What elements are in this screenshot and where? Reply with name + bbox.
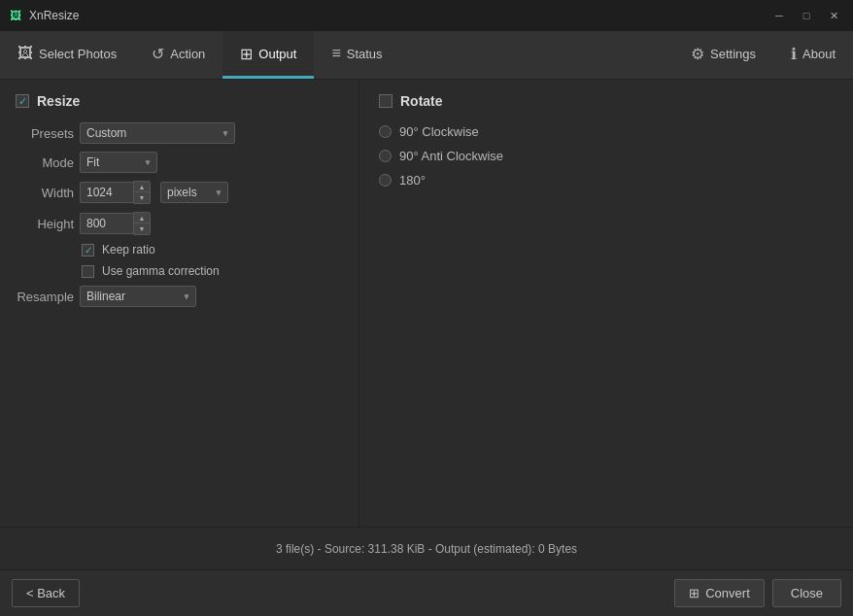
close-button[interactable]: Close (772, 579, 841, 607)
select-photos-label: Select Photos (39, 47, 117, 61)
close-window-button[interactable]: ✕ (822, 6, 845, 25)
presets-select[interactable]: Custom 640x480 800x600 1024x768 1280x720… (80, 122, 235, 144)
toolbar-item-settings[interactable]: ⚙ Settings (673, 31, 773, 79)
width-up-button[interactable]: ▲ (134, 182, 150, 192)
toolbar-item-select-photos[interactable]: 🖼 Select Photos (0, 31, 134, 79)
presets-select-wrapper: Custom 640x480 800x600 1024x768 1280x720… (80, 122, 235, 144)
minimize-button[interactable]: ─ (768, 6, 791, 25)
rotate-cw90-label: 90° Clockwise (399, 124, 479, 139)
titlebar: 🖼 XnResize ─ □ ✕ (0, 0, 853, 31)
toolbar-item-output[interactable]: ⊞ Output (222, 31, 314, 79)
main-content: Resize Presets Custom 640x480 800x600 10… (0, 80, 853, 527)
toolbar-right: ⚙ Settings ℹ About (673, 31, 853, 79)
gamma-checkbox[interactable] (82, 265, 94, 278)
action-icon: ↺ (152, 45, 164, 63)
settings-icon: ⚙ (691, 45, 704, 63)
toolbar-item-status[interactable]: ≡ Status (314, 31, 399, 79)
keep-ratio-label: Keep ratio (102, 243, 155, 257)
rotate-cw90-row[interactable]: 90° Clockwise (379, 124, 834, 139)
width-down-button[interactable]: ▼ (134, 192, 150, 203)
height-label: Height (16, 217, 74, 231)
convert-label: Convert (705, 586, 750, 600)
unit-select[interactable]: pixels percent cm inch (160, 182, 228, 203)
status-text: 3 file(s) - Source: 311.38 KiB - Output … (276, 542, 577, 556)
presets-row: Presets Custom 640x480 800x600 1024x768 … (16, 122, 343, 144)
rotate-acw90-row[interactable]: 90° Anti Clockwise (379, 149, 834, 163)
statusbar: 3 file(s) - Source: 311.38 KiB - Output … (0, 527, 853, 569)
height-down-button[interactable]: ▼ (134, 223, 150, 234)
mode-label: Mode (16, 155, 74, 170)
height-up-button[interactable]: ▲ (134, 213, 150, 223)
width-input[interactable] (80, 182, 133, 203)
status-icon: ≡ (331, 45, 340, 62)
width-spinner: ▲ ▼ (133, 181, 151, 204)
gamma-label: Use gamma correction (102, 264, 220, 278)
action-label: Action (170, 47, 205, 61)
convert-button[interactable]: ⊞ Convert (674, 579, 765, 607)
width-row: Width ▲ ▼ pixels percent cm inch ▼ (16, 181, 343, 204)
app-title: XnResize (29, 9, 768, 22)
rotate-acw90-label: 90° Anti Clockwise (399, 149, 503, 163)
select-photos-icon: 🖼 (17, 45, 33, 62)
status-label: Status (347, 47, 383, 61)
resample-select-wrapper: Bilinear Bicubic Lanczos Box Nearest ▼ (80, 286, 196, 307)
resample-select[interactable]: Bilinear Bicubic Lanczos Box Nearest (80, 286, 196, 307)
rotate-180-radio[interactable] (379, 174, 392, 187)
settings-label: Settings (710, 47, 756, 61)
mode-row: Mode Fit Stretch Crop Fill ▼ (16, 152, 343, 173)
height-input[interactable] (80, 213, 133, 234)
resample-row: Resample Bilinear Bicubic Lanczos Box Ne… (16, 286, 343, 307)
output-icon: ⊞ (240, 45, 253, 63)
rotate-180-row[interactable]: 180° (379, 173, 834, 188)
bottombar: < Back ⊞ Convert Close (0, 569, 853, 616)
convert-icon: ⊞ (689, 586, 699, 600)
back-button[interactable]: < Back (12, 579, 80, 607)
bottom-right-buttons: ⊞ Convert Close (674, 579, 841, 607)
resize-section-header: Resize (16, 93, 343, 109)
height-row: Height ▲ ▼ (16, 212, 343, 235)
presets-label: Presets (16, 126, 74, 141)
mode-select-wrapper: Fit Stretch Crop Fill ▼ (80, 152, 157, 173)
mode-select[interactable]: Fit Stretch Crop Fill (80, 152, 157, 173)
keep-ratio-row[interactable]: Keep ratio (82, 243, 343, 257)
rotate-cw90-radio[interactable] (379, 125, 392, 138)
output-label: Output (258, 47, 296, 61)
rotate-acw90-radio[interactable] (379, 150, 392, 162)
resize-panel: Resize Presets Custom 640x480 800x600 10… (0, 80, 359, 527)
rotate-180-label: 180° (399, 173, 426, 188)
height-spinner: ▲ ▼ (133, 212, 151, 235)
resize-title: Resize (37, 93, 80, 109)
width-label: Width (16, 186, 74, 200)
about-icon: ℹ (791, 45, 797, 63)
height-input-wrap: ▲ ▼ (80, 212, 151, 235)
maximize-button[interactable]: □ (795, 6, 818, 25)
toolbar-item-about[interactable]: ℹ About (773, 31, 853, 79)
toolbar: 🖼 Select Photos ↺ Action ⊞ Output ≡ Stat… (0, 31, 853, 80)
rotate-panel: Rotate 90° Clockwise 90° Anti Clockwise … (359, 80, 853, 527)
rotate-title: Rotate (400, 93, 443, 109)
resample-label: Resample (16, 290, 74, 304)
rotate-enabled-checkbox[interactable] (379, 94, 392, 108)
resize-enabled-checkbox[interactable] (16, 94, 29, 108)
rotate-section-header: Rotate (379, 93, 834, 109)
gamma-row[interactable]: Use gamma correction (82, 264, 343, 278)
titlebar-controls: ─ □ ✕ (768, 6, 845, 25)
app-icon: 🖼 (8, 8, 23, 23)
unit-select-wrapper: pixels percent cm inch ▼ (160, 182, 228, 203)
width-input-wrap: ▲ ▼ (80, 181, 151, 204)
toolbar-item-action[interactable]: ↺ Action (134, 31, 222, 79)
keep-ratio-checkbox[interactable] (82, 244, 94, 257)
about-label: About (802, 47, 836, 61)
